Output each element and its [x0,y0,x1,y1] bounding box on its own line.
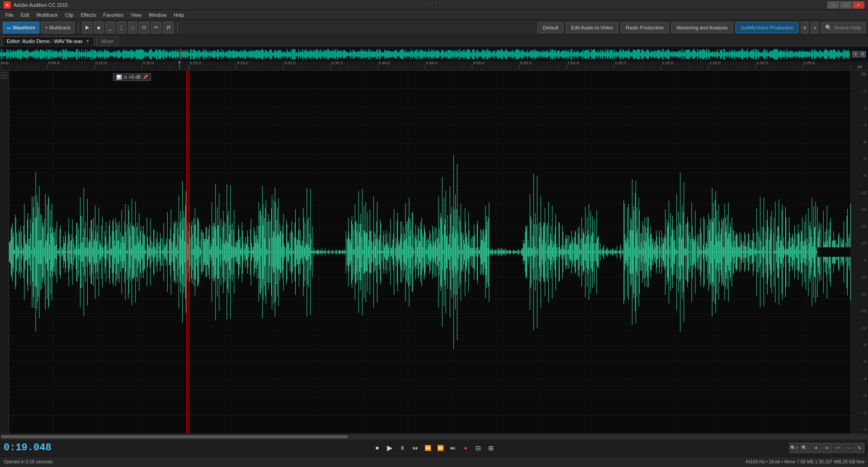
svg-rect-603 [544,52,545,57]
menu-item-clip[interactable]: Clip [61,11,77,19]
svg-rect-1291 [124,243,124,261]
skip-forward-button[interactable]: ⏭ [447,442,459,454]
loop-record-button[interactable]: ⊟ [472,442,484,454]
selection-tool-button[interactable]: ▶ [82,22,92,33]
svg-rect-184 [165,50,166,58]
mixer-tab[interactable]: Mixer [96,36,118,46]
search-help-input[interactable]: 🔍 Search Help [821,22,865,33]
svg-rect-1673 [354,229,354,275]
stop-button[interactable]: ■ [371,442,383,454]
scrollbar-thumb[interactable] [1,435,348,438]
fast-forward-button[interactable]: ⏩ [434,442,446,454]
svg-rect-1721 [382,251,383,253]
svg-rect-231 [208,52,209,56]
svg-rect-752 [679,51,680,57]
play-button[interactable]: ▶ [384,442,396,454]
svg-rect-215 [193,49,194,59]
close-button[interactable]: ✕ [853,1,864,9]
svg-rect-1557 [284,244,284,260]
edit-mode-icon[interactable]: ✎ [1,72,7,79]
time-ruler[interactable]: hms0:05.00:10.00:15.00:20.00:25.00:30.00… [0,62,868,71]
zoom-in-time-button[interactable]: 🔍+ [789,443,799,453]
svg-rect-1772 [413,249,414,256]
slip-tool-button[interactable]: ⇄ [163,22,174,33]
svg-rect-1836 [452,207,452,297]
horizontal-scrollbar[interactable]: ⋮⋮⋮⋮ [0,434,868,439]
svg-rect-1578 [297,245,297,259]
menu-item-effects[interactable]: Effects [77,11,99,19]
svg-rect-63 [56,50,57,57]
menu-item-view[interactable]: View [127,11,145,19]
menu-item-edit[interactable]: Edit [17,11,33,19]
pencil-tool-button[interactable]: ✏ [151,22,161,33]
punch-record-button[interactable]: ⊞ [485,442,497,454]
razor-tool-button[interactable]: ⎯ [105,22,115,33]
svg-rect-1546 [277,207,278,296]
overview-canvas[interactable] [0,48,850,61]
svg-rect-2102 [612,249,612,254]
maximize-button[interactable]: □ [840,1,852,9]
zoom-in-amp-button[interactable]: ↕+ [833,443,843,453]
workspace-more-button[interactable]: » [811,22,818,33]
overview-fit-icon[interactable]: ⊞ [859,51,866,57]
waveform-canvas[interactable]: ✎ 📊 ⊙ +0 dB 📌 [0,71,851,434]
svg-rect-513 [463,50,464,58]
svg-rect-1645 [337,251,337,253]
svg-rect-2231 [689,251,689,253]
overview-zoom-icon[interactable]: ⊕ [852,51,859,57]
svg-rect-1628 [326,252,327,253]
svg-rect-2419 [802,218,802,287]
menu-item-window[interactable]: Window [145,11,170,19]
time-selection-tool-button[interactable]: ⌶ [117,22,126,33]
zoom-out-full-button[interactable]: ⊖ [822,443,832,453]
skip-back-button[interactable]: ⏮ [409,442,421,454]
svg-rect-331 [298,49,299,59]
svg-rect-1198 [68,233,68,272]
lasso-tool-button[interactable]: ⊙ [139,22,149,33]
zoom-out-amp-button[interactable]: ↕- [844,443,854,453]
svg-rect-2076 [596,242,596,262]
svg-rect-914 [826,49,826,60]
workspace-justmyvoice-button[interactable]: JustMyVoice Production [736,22,798,33]
svg-rect-2106 [614,251,614,253]
workspace-default-button[interactable]: Default [538,22,563,33]
minimize-button[interactable]: ─ [827,1,839,9]
menu-item-help[interactable]: Help [170,11,188,19]
move-tool-button[interactable]: □ [128,22,137,33]
rewind-button[interactable]: ⏪ [422,442,434,454]
workspace-edit-audio-video-button[interactable]: Edit Audio to Video [566,22,618,33]
record-button[interactable]: ● [460,442,472,454]
scrollbar-track[interactable] [1,435,867,438]
svg-rect-1731 [388,248,389,257]
svg-rect-297 [268,51,269,57]
svg-rect-1119 [20,226,21,278]
waveform-mode-button[interactable]: ▬ Waveform [3,22,39,33]
svg-rect-2322 [744,246,744,257]
svg-rect-1182 [58,251,59,253]
svg-rect-620 [560,52,561,56]
zoom-in-full-button[interactable]: ⊕ [811,443,821,453]
multitrack-mode-button[interactable]: ≡ Multitrack [41,22,75,33]
menu-item-file[interactable]: File [2,11,17,19]
svg-rect-1972 [533,174,534,330]
menu-item-favorites[interactable]: Favorites [99,11,127,19]
svg-rect-1762 [407,221,407,283]
zoom-out-time-button[interactable]: 🔍- [800,443,810,453]
zoom-out-full-amp-button[interactable]: ⇅ [854,443,864,453]
editor-tab-audio-demo[interactable]: Editor: Audio Demo - WAV file.wav ▼ [2,36,94,46]
svg-rect-630 [569,52,570,57]
workspace-menu-button[interactable]: ≡ [801,22,808,33]
workspace-mastering-button[interactable]: Mastering and Analysis [671,22,732,33]
svg-rect-2305 [734,230,734,274]
pause-button[interactable]: ⏸ [396,442,408,454]
svg-rect-421 [380,49,381,58]
svg-rect-1351 [160,233,160,271]
svg-rect-113 [101,51,102,57]
menu-item-multitrack[interactable]: Multitrack [33,11,61,19]
toolbar-separator-1 [78,23,79,33]
svg-rect-1488 [242,230,243,274]
workspace-radio-production-button[interactable]: Radio Production [621,22,669,33]
status-bar: Opened in 0.16 seconds 44100 Hz • 16-bit… [0,456,868,467]
svg-rect-1773 [414,234,414,271]
marquee-tool-button[interactable]: ■ [94,22,104,33]
